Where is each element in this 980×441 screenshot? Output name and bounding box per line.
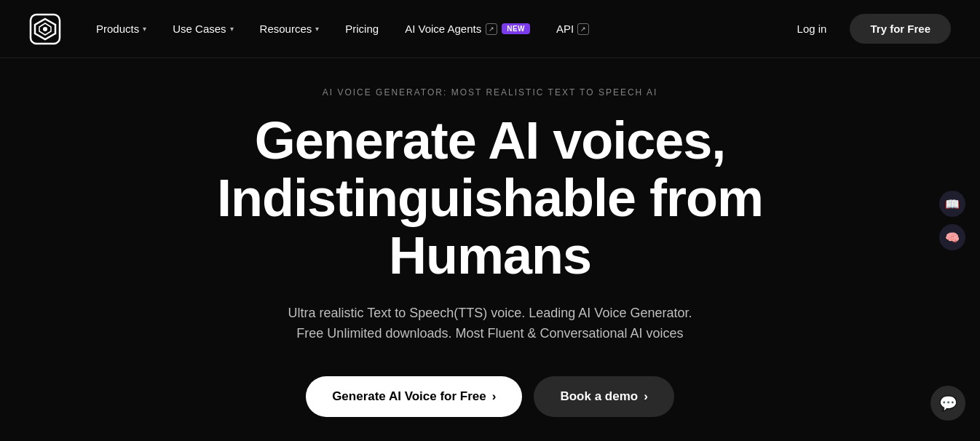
hero-buttons: Generate AI Voice for Free › Book a demo… xyxy=(306,376,674,417)
products-chevron-icon: ▾ xyxy=(143,25,146,33)
hero-title: Generate AI voices, Indistinguishable fr… xyxy=(217,112,763,285)
nav-item-api[interactable]: API ↗ xyxy=(545,17,601,41)
hero-title-line2: Indistinguishable from xyxy=(217,169,763,227)
book-demo-button[interactable]: Book a demo › xyxy=(534,376,673,417)
navbar-right: Log in Try for Free xyxy=(786,14,951,44)
brain-icon: 🧠 xyxy=(945,231,960,245)
new-badge: NEW xyxy=(502,23,530,34)
nav-items: Products ▾ Use Cases ▾ Resources ▾ Prici… xyxy=(84,17,601,41)
hero-section: AI VOICE GENERATOR: MOST REALISTIC TEXT … xyxy=(0,58,980,417)
brain-icon-button[interactable]: 🧠 xyxy=(939,224,965,250)
chat-bubble-button[interactable]: 💬 xyxy=(930,386,965,421)
book-icon-button[interactable]: 📖 xyxy=(939,191,965,217)
try-free-button[interactable]: Try for Free xyxy=(850,14,951,44)
hero-tag: AI VOICE GENERATOR: MOST REALISTIC TEXT … xyxy=(323,87,658,98)
login-button[interactable]: Log in xyxy=(786,17,839,41)
nav-item-pricing[interactable]: Pricing xyxy=(333,17,390,41)
navbar-left: Products ▾ Use Cases ▾ Resources ▾ Prici… xyxy=(29,13,601,45)
svg-point-1 xyxy=(43,27,47,31)
nav-item-ai-voice-agents[interactable]: AI Voice Agents ↗ NEW xyxy=(393,17,542,41)
hero-subtitle: Ultra realistic Text to Speech(TTS) voic… xyxy=(288,303,692,345)
hero-title-line1: Generate AI voices, xyxy=(255,111,726,170)
nav-item-use-cases[interactable]: Use Cases ▾ xyxy=(161,17,245,41)
nav-item-resources[interactable]: Resources ▾ xyxy=(248,17,331,41)
book-icon: 📖 xyxy=(945,197,960,211)
resources-chevron-icon: ▾ xyxy=(315,25,319,33)
api-external-icon: ↗ xyxy=(577,23,589,35)
secondary-cta-arrow-icon: › xyxy=(644,389,648,404)
primary-cta-arrow-icon: › xyxy=(492,389,497,404)
navbar: Products ▾ Use Cases ▾ Resources ▾ Prici… xyxy=(0,0,980,58)
side-icons: 📖 🧠 xyxy=(939,191,965,250)
hero-subtitle-line1: Ultra realistic Text to Speech(TTS) voic… xyxy=(288,306,692,320)
logo[interactable] xyxy=(29,13,61,45)
hero-subtitle-line2: Free Unlimited downloads. Most Fluent & … xyxy=(296,326,683,341)
ai-voice-agents-external-icon: ↗ xyxy=(486,23,497,35)
nav-item-products[interactable]: Products ▾ xyxy=(84,17,158,41)
hero-title-line3: Humans xyxy=(389,226,591,285)
chat-icon: 💬 xyxy=(939,394,957,412)
use-cases-chevron-icon: ▾ xyxy=(230,25,234,33)
generate-voice-button[interactable]: Generate AI Voice for Free › xyxy=(306,376,522,417)
